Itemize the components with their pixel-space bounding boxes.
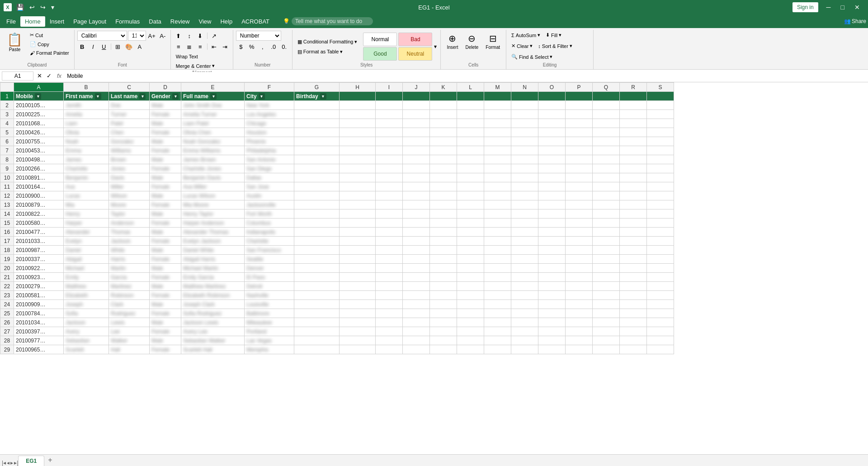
cell-col12-7[interactable] [457, 146, 484, 155]
row-header-9[interactable]: 9 [0, 164, 14, 173]
cell-col9-5[interactable] [376, 128, 403, 137]
cell-col16-21[interactable] [566, 273, 593, 282]
filter-arrow-C[interactable]: ▾ [139, 93, 146, 100]
cell-A3[interactable]: 20100225… [14, 110, 64, 119]
cell-col9-19[interactable] [376, 255, 403, 264]
cell-col18-8[interactable] [620, 155, 647, 164]
cell-col13-8[interactable] [484, 155, 511, 164]
font-size-select[interactable]: 11 [128, 31, 146, 41]
wrap-text-button[interactable]: Wrap Text [174, 52, 200, 61]
col-header-C[interactable]: C [109, 83, 150, 92]
cell-F15[interactable]: Columbus [245, 219, 294, 228]
menu-data[interactable]: Data [144, 16, 165, 27]
cell-O1[interactable] [538, 92, 566, 101]
cell-col10-4[interactable] [403, 119, 430, 128]
cell-col18-16[interactable] [620, 228, 647, 237]
cell-col12-3[interactable] [457, 110, 484, 119]
cell-col12-11[interactable] [457, 182, 484, 191]
cut-button[interactable]: ✂ Cut [28, 31, 71, 39]
filter-arrow-D[interactable]: ▾ [172, 93, 179, 100]
cell-A10[interactable]: 20100891… [14, 173, 64, 182]
formula-input[interactable] [65, 72, 866, 80]
cell-col9-27[interactable] [376, 327, 403, 336]
cell-P1[interactable] [566, 92, 593, 101]
cell-C27[interactable]: Lee [109, 327, 150, 336]
cell-C16[interactable]: Thomas [109, 228, 150, 237]
cell-G5[interactable] [294, 128, 340, 137]
cell-C20[interactable]: Martin [109, 264, 150, 273]
cell-col16-13[interactable] [566, 200, 593, 209]
cancel-formula-button[interactable]: ✕ [35, 71, 44, 80]
cell-E27[interactable]: Avery Lee [181, 327, 245, 336]
cell-C24[interactable]: Clark [109, 300, 150, 309]
cell-col12-25[interactable] [457, 309, 484, 318]
filter-arrow-F[interactable]: ▾ [259, 93, 265, 100]
cell-G4[interactable] [294, 119, 340, 128]
cell-col10-6[interactable] [403, 137, 430, 146]
align-middle-button[interactable]: ↕ [184, 31, 194, 41]
col-header-S[interactable]: S [647, 83, 674, 92]
cell-col16-16[interactable] [566, 228, 593, 237]
style-normal[interactable]: Normal [363, 33, 397, 46]
cell-col9-26[interactable] [376, 318, 403, 327]
cell-col15-11[interactable] [538, 182, 566, 191]
cell-col11-5[interactable] [430, 128, 457, 137]
cell-col10-7[interactable] [403, 146, 430, 155]
cell-D9[interactable]: Female [150, 164, 181, 173]
cell-col11-15[interactable] [430, 219, 457, 228]
cell-col10-24[interactable] [403, 300, 430, 309]
cell-col11-8[interactable] [430, 155, 457, 164]
cell-col10-27[interactable] [403, 327, 430, 336]
cell-G13[interactable] [294, 200, 340, 209]
cell-col14-13[interactable] [511, 200, 538, 209]
cell-col11-7[interactable] [430, 146, 457, 155]
row-header-15[interactable]: 15 [0, 219, 14, 228]
cell-col13-16[interactable] [484, 228, 511, 237]
cell-col12-18[interactable] [457, 246, 484, 255]
row-header-1[interactable]: 1 [0, 92, 14, 101]
cell-D14[interactable]: Male [150, 209, 181, 219]
cell-col13-22[interactable] [484, 282, 511, 291]
cell-G27[interactable] [294, 327, 340, 336]
merge-center-button[interactable]: Merge & Center▾ [174, 62, 217, 70]
cell-col14-3[interactable] [511, 110, 538, 119]
col-header-G[interactable]: G [294, 83, 340, 92]
cell-col18-20[interactable] [620, 264, 647, 273]
cell-A6[interactable]: 20100755… [14, 137, 64, 146]
cell-col10-3[interactable] [403, 110, 430, 119]
cell-E29[interactable]: Scarlett Hall [181, 345, 245, 354]
cell-F3[interactable]: Los Angeles [245, 110, 294, 119]
cell-F24[interactable]: Louisville [245, 300, 294, 309]
cell-D17[interactable]: Female [150, 237, 181, 246]
sheet-area[interactable]: A B C D E F G H I J K L M N O P Q [0, 82, 868, 454]
cell-E16[interactable]: Alexander Thomas [181, 228, 245, 237]
cell-H20[interactable] [340, 264, 376, 273]
menu-file[interactable]: File [2, 16, 20, 27]
cell-F7[interactable]: Philadelphia [245, 146, 294, 155]
cell-L1[interactable] [457, 92, 484, 101]
row-header-24[interactable]: 24 [0, 300, 14, 309]
cell-col16-3[interactable] [566, 110, 593, 119]
cell-F26[interactable]: Milwaukee [245, 318, 294, 327]
row-header-11[interactable]: 11 [0, 182, 14, 191]
cell-col18-29[interactable] [620, 345, 647, 354]
cell-col17-6[interactable] [593, 137, 620, 146]
cell-E4[interactable]: Liam Patel [181, 119, 245, 128]
cell-H4[interactable] [340, 119, 376, 128]
cell-col11-14[interactable] [430, 209, 457, 219]
cell-F1[interactable]: City ▾ [245, 92, 294, 101]
cell-col19-12[interactable] [647, 191, 674, 200]
cell-D19[interactable]: Female [150, 255, 181, 264]
cell-F25[interactable]: Baltimore [245, 309, 294, 318]
cell-D7[interactable]: Female [150, 146, 181, 155]
accounting-button[interactable]: $ [236, 42, 246, 52]
cell-H1[interactable] [340, 92, 376, 101]
cell-col13-9[interactable] [484, 164, 511, 173]
cell-A22[interactable]: 20100279… [14, 282, 64, 291]
customize-qat-button[interactable]: ▾ [49, 3, 56, 12]
cell-col12-20[interactable] [457, 264, 484, 273]
cell-col16-27[interactable] [566, 327, 593, 336]
cell-A11[interactable]: 20100164… [14, 182, 64, 191]
cell-col17-12[interactable] [593, 191, 620, 200]
cell-B16[interactable]: Alexander [64, 228, 109, 237]
